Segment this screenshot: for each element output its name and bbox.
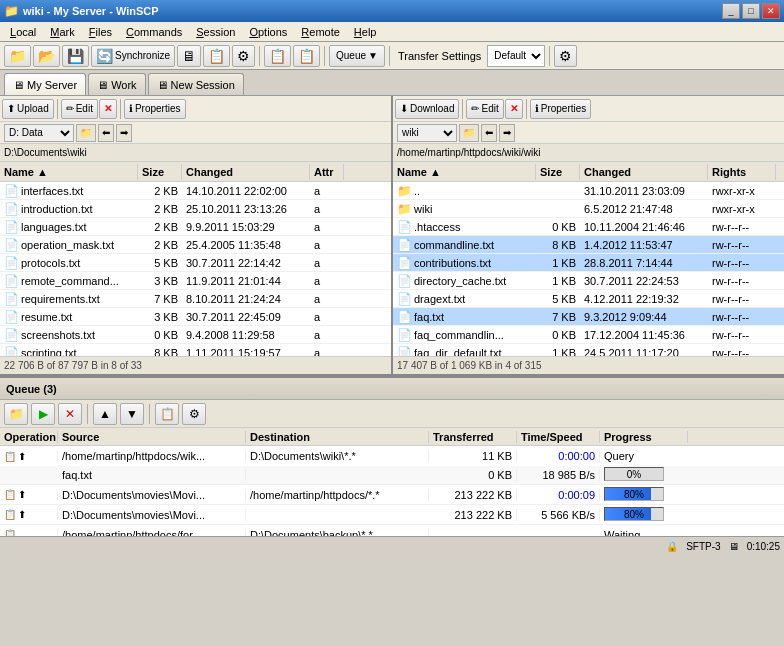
left-nav-btn-3[interactable]: ➡ [116, 124, 132, 142]
left-nav-btn-1[interactable]: 📁 [76, 124, 96, 142]
menu-bar: Local Mark Files Commands Session Option… [0, 22, 784, 42]
left-file-row[interactable]: 📄remote_command... 3 KB 11.9.2011 21:01:… [0, 272, 391, 290]
menu-options[interactable]: Options [243, 24, 293, 40]
queue-row[interactable]: 📋⬆ D:\Documents\movies\Movi... /home/mar… [0, 485, 784, 505]
close-button[interactable]: ✕ [762, 3, 780, 19]
right-file-row[interactable]: 📁.. 31.10.2011 23:03:09 rwxr-xr-x [393, 182, 784, 200]
queue-move-up[interactable]: 📁 [4, 403, 28, 425]
maximize-button[interactable]: □ [742, 3, 760, 19]
queue-button[interactable]: Queue ▼ [329, 45, 385, 67]
queue-options[interactable]: 📋 [155, 403, 179, 425]
right-file-row[interactable]: 📄directory_cache.txt 1 KB 30.7.2011 22:2… [393, 272, 784, 290]
right-file-row[interactable]: 📄faq_commandlin... 0 KB 17.12.2004 11:45… [393, 326, 784, 344]
queue-down[interactable]: ▼ [120, 403, 144, 425]
menu-remote[interactable]: Remote [295, 24, 346, 40]
upload-button[interactable]: ⬆ Upload [2, 99, 54, 119]
transfer-settings-label: Transfer Settings [394, 50, 485, 62]
left-file-row[interactable]: 📄introduction.txt 2 KB 25.10.2011 23:13:… [0, 200, 391, 218]
toolbar-btn-8[interactable]: 📋 [293, 45, 320, 67]
right-col-name[interactable]: Name ▲ [393, 164, 536, 180]
left-col-changed[interactable]: Changed [182, 164, 310, 180]
toolbar-btn-2[interactable]: 📂 [33, 45, 60, 67]
right-nav-btn-2[interactable]: ⬅ [481, 124, 497, 142]
app-icon: 📁 [4, 4, 19, 18]
right-file-row[interactable]: 📁wiki 6.5.2012 21:47:48 rwxr-xr-x [393, 200, 784, 218]
menu-local[interactable]: Local [4, 24, 42, 40]
left-file-row[interactable]: 📄scripting.txt 8 KB 1.11.2011 15:19:57 a [0, 344, 391, 356]
queue-header: Queue (3) [0, 378, 784, 400]
queue-play[interactable]: ▶ [31, 403, 55, 425]
toolbar-btn-5[interactable]: 📋 [203, 45, 230, 67]
left-properties-button[interactable]: ℹ Properties [124, 99, 186, 119]
left-drive-select[interactable]: D: Data [4, 124, 74, 142]
left-col-name[interactable]: Name ▲ [0, 164, 138, 180]
left-file-row[interactable]: 📄resume.txt 3 KB 30.7.2011 22:45:09 a [0, 308, 391, 326]
delete-icon-right: ✕ [510, 103, 518, 114]
transfer-default-select[interactable]: Default [487, 45, 545, 67]
left-panel: ⬆ Upload ✏ Edit ✕ ℹ Properties D: Data 📁 [0, 96, 393, 374]
right-col-rights[interactable]: Rights [708, 164, 776, 180]
toolbar-btn-3[interactable]: 💾 [62, 45, 89, 67]
queue-col-op: Operation [0, 431, 58, 443]
download-button[interactable]: ⬇ Download [395, 99, 459, 119]
left-file-list: 📄interfaces.txt 2 KB 14.10.2011 22:02:00… [0, 182, 391, 356]
queue-col-timespeed: Time/Speed [517, 431, 600, 443]
toolbar-btn-7[interactable]: 📋 [264, 45, 291, 67]
left-file-row[interactable]: 📄requirements.txt 7 KB 8.10.2011 21:24:2… [0, 290, 391, 308]
left-col-attr[interactable]: Attr [310, 164, 344, 180]
queue-up[interactable]: ▲ [93, 403, 117, 425]
right-col-changed[interactable]: Changed [580, 164, 708, 180]
queue-row[interactable]: 📋⬆ /home/martinp/httpdocs/wik... D:\Docu… [0, 446, 784, 485]
right-file-row[interactable]: 📄contributions.txt 1 KB 28.8.2011 7:14:4… [393, 254, 784, 272]
toolbar-settings-btn[interactable]: ⚙ [554, 45, 577, 67]
right-file-list: 📁.. 31.10.2011 23:03:09 rwxr-xr-x 📁wiki … [393, 182, 784, 356]
left-file-row[interactable]: 📄interfaces.txt 2 KB 14.10.2011 22:02:00… [0, 182, 391, 200]
queue-row[interactable]: 📋 /home/martinp/httpdocs/for... D:\Docum… [0, 525, 784, 536]
right-file-row[interactable]: 📄commandline.txt 8 KB 1.4.2012 11:53:47 … [393, 236, 784, 254]
toolbar-sep-2 [324, 46, 325, 66]
right-delete-button[interactable]: ✕ [505, 99, 523, 119]
right-properties-button[interactable]: ℹ Properties [530, 99, 592, 119]
session-tabs: 🖥 My Server 🖥 Work 🖥 New Session [0, 70, 784, 96]
synchronize-button[interactable]: 🔄 Synchronize [91, 45, 175, 67]
queue-col-source: Source [58, 431, 246, 443]
queue-row[interactable]: 📋⬆ D:\Documents\movies\Movi... 213 222 K… [0, 505, 784, 525]
right-nav-btn-1[interactable]: 📁 [459, 124, 479, 142]
left-nav-btn-2[interactable]: ⬅ [98, 124, 114, 142]
status-connection: 🖥 [729, 541, 739, 552]
props-icon-left: ℹ [129, 103, 133, 114]
right-file-row[interactable]: 📄dragext.txt 5 KB 4.12.2011 22:19:32 rw-… [393, 290, 784, 308]
toolbar-btn-6[interactable]: ⚙ [232, 45, 255, 67]
right-edit-button[interactable]: ✏ Edit [466, 99, 503, 119]
menu-files[interactable]: Files [83, 24, 118, 40]
tab-new-session[interactable]: 🖥 New Session [148, 73, 244, 95]
right-server-select[interactable]: wiki [397, 124, 457, 142]
left-file-row[interactable]: 📄screenshots.txt 0 KB 9.4.2008 11:29:58 … [0, 326, 391, 344]
right-nav-btn-3[interactable]: ➡ [499, 124, 515, 142]
menu-help[interactable]: Help [348, 24, 383, 40]
right-panel-toolbar: ⬇ Download ✏ Edit ✕ ℹ Properties [393, 96, 784, 122]
queue-col-progress: Progress [600, 431, 688, 443]
menu-session[interactable]: Session [190, 24, 241, 40]
left-file-row[interactable]: 📄protocols.txt 5 KB 30.7.2011 22:14:42 a [0, 254, 391, 272]
toolbar-btn-4[interactable]: 🖥 [177, 45, 201, 67]
right-file-row[interactable]: 📄faq_dir_default.txt 1 KB 24.5.2011 11:1… [393, 344, 784, 356]
toolbar-sep-3 [389, 46, 390, 66]
left-col-size[interactable]: Size [138, 164, 182, 180]
menu-mark[interactable]: Mark [44, 24, 80, 40]
queue-dropdown-arrow[interactable]: ▼ [368, 50, 378, 61]
queue-stop[interactable]: ✕ [58, 403, 82, 425]
right-file-row[interactable]: 📄faq.txt 7 KB 9.3.2012 9:09:44 rw-r--r-- [393, 308, 784, 326]
right-col-size[interactable]: Size [536, 164, 580, 180]
toolbar-btn-1[interactable]: 📁 [4, 45, 31, 67]
tab-my-server[interactable]: 🖥 My Server [4, 73, 86, 95]
left-file-row[interactable]: 📄operation_mask.txt 2 KB 25.4.2005 11:35… [0, 236, 391, 254]
menu-commands[interactable]: Commands [120, 24, 188, 40]
left-edit-button[interactable]: ✏ Edit [61, 99, 98, 119]
left-file-row[interactable]: 📄languages.txt 2 KB 9.9.2011 15:03:29 a [0, 218, 391, 236]
right-file-row[interactable]: 📄.htaccess 0 KB 10.11.2004 21:46:46 rw-r… [393, 218, 784, 236]
left-delete-button[interactable]: ✕ [99, 99, 117, 119]
tab-work[interactable]: 🖥 Work [88, 73, 145, 95]
minimize-button[interactable]: _ [722, 3, 740, 19]
queue-settings[interactable]: ⚙ [182, 403, 206, 425]
